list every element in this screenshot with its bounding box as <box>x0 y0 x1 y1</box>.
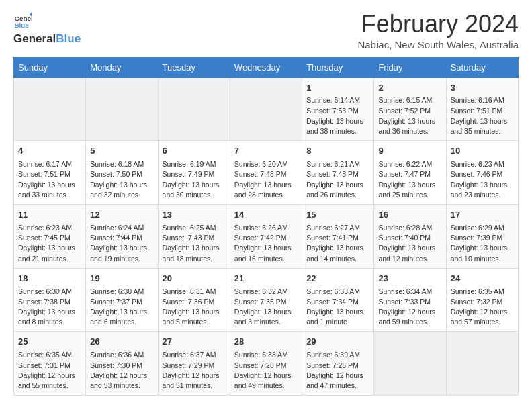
cell-info: Sunrise: 6:36 AM <box>90 350 153 360</box>
calendar-cell: 15Sunrise: 6:27 AMSunset: 7:41 PMDayligh… <box>302 205 374 269</box>
cell-info: Daylight: 12 hours and 53 minutes. <box>90 371 153 391</box>
calendar-cell: 6Sunrise: 6:19 AMSunset: 7:49 PMDaylight… <box>158 141 230 205</box>
cell-info: Sunrise: 6:26 AM <box>234 223 298 233</box>
calendar-cell: 18Sunrise: 6:30 AMSunset: 7:38 PMDayligh… <box>14 268 86 332</box>
cell-info: Sunset: 7:36 PM <box>163 297 226 307</box>
cell-info: Daylight: 13 hours and 32 minutes. <box>90 180 153 200</box>
cell-info: Daylight: 13 hours and 5 minutes. <box>163 307 226 327</box>
cell-info: Daylight: 13 hours and 10 minutes. <box>451 243 514 263</box>
cell-info: Sunset: 7:48 PM <box>306 169 369 179</box>
cell-info: Sunrise: 6:31 AM <box>163 287 226 297</box>
day-number: 23 <box>378 273 441 285</box>
week-row-2: 4Sunrise: 6:17 AMSunset: 7:51 PMDaylight… <box>14 141 519 205</box>
cell-info: Daylight: 13 hours and 6 minutes. <box>90 307 153 327</box>
cell-info: Daylight: 13 hours and 1 minute. <box>306 307 369 327</box>
cell-info: Daylight: 13 hours and 33 minutes. <box>18 180 81 200</box>
day-number: 11 <box>18 209 81 222</box>
cell-info: Sunset: 7:52 PM <box>378 106 441 116</box>
day-number: 20 <box>163 273 226 285</box>
cell-info: Sunset: 7:47 PM <box>378 169 441 179</box>
week-row-1: 1Sunrise: 6:14 AMSunset: 7:53 PMDaylight… <box>14 77 519 141</box>
day-number: 18 <box>18 273 81 285</box>
cell-info: Sunrise: 6:29 AM <box>451 223 514 233</box>
cell-info: Daylight: 12 hours and 55 minutes. <box>18 371 81 391</box>
calendar-cell: 17Sunrise: 6:29 AMSunset: 7:39 PMDayligh… <box>446 205 518 269</box>
cell-info: Sunset: 7:53 PM <box>306 106 369 116</box>
cell-info: Daylight: 13 hours and 16 minutes. <box>234 243 298 263</box>
day-number: 19 <box>90 273 153 285</box>
day-number: 8 <box>306 145 369 158</box>
calendar-cell: 14Sunrise: 6:26 AMSunset: 7:42 PMDayligh… <box>230 205 302 269</box>
cell-info: Daylight: 13 hours and 35 minutes. <box>451 116 514 136</box>
cell-info: Sunrise: 6:28 AM <box>378 223 441 233</box>
calendar-cell: 16Sunrise: 6:28 AMSunset: 7:40 PMDayligh… <box>374 205 446 269</box>
week-row-5: 25Sunrise: 6:35 AMSunset: 7:31 PMDayligh… <box>14 332 519 396</box>
cell-info: Sunrise: 6:19 AM <box>163 159 226 169</box>
day-header-saturday: Saturday <box>446 57 518 77</box>
calendar-cell: 12Sunrise: 6:24 AMSunset: 7:44 PMDayligh… <box>86 205 158 269</box>
day-header-sunday: Sunday <box>14 57 86 77</box>
main-title: February 2024 <box>357 11 519 38</box>
day-number: 24 <box>451 273 514 285</box>
day-number: 7 <box>234 145 298 158</box>
cell-info: Daylight: 13 hours and 36 minutes. <box>378 116 441 136</box>
cell-info: Sunrise: 6:27 AM <box>306 223 369 233</box>
day-number: 12 <box>90 209 153 222</box>
cell-info: Daylight: 13 hours and 18 minutes. <box>163 243 226 263</box>
cell-info: Sunset: 7:38 PM <box>18 297 81 307</box>
cell-info: Sunset: 7:39 PM <box>451 233 514 243</box>
day-number: 6 <box>163 145 226 158</box>
calendar-cell: 21Sunrise: 6:32 AMSunset: 7:35 PMDayligh… <box>230 268 302 332</box>
cell-info: Sunset: 7:51 PM <box>451 106 514 116</box>
week-row-4: 18Sunrise: 6:30 AMSunset: 7:38 PMDayligh… <box>14 268 519 332</box>
day-number: 13 <box>163 209 226 222</box>
cell-info: Daylight: 13 hours and 12 minutes. <box>378 243 441 263</box>
cell-info: Sunrise: 6:35 AM <box>451 287 514 297</box>
calendar-cell: 8Sunrise: 6:21 AMSunset: 7:48 PMDaylight… <box>302 141 374 205</box>
calendar-cell: 23Sunrise: 6:34 AMSunset: 7:33 PMDayligh… <box>374 268 446 332</box>
cell-info: Sunset: 7:51 PM <box>18 169 81 179</box>
cell-info: Daylight: 12 hours and 49 minutes. <box>234 371 298 391</box>
calendar-cell: 4Sunrise: 6:17 AMSunset: 7:51 PMDaylight… <box>14 141 86 205</box>
calendar-cell: 19Sunrise: 6:30 AMSunset: 7:37 PMDayligh… <box>86 268 158 332</box>
cell-info: Sunset: 7:29 PM <box>163 361 226 371</box>
calendar-cell: 25Sunrise: 6:35 AMSunset: 7:31 PMDayligh… <box>14 332 86 396</box>
cell-info: Daylight: 12 hours and 47 minutes. <box>306 371 369 391</box>
days-header-row: SundayMondayTuesdayWednesdayThursdayFrid… <box>14 57 519 77</box>
day-number: 21 <box>234 273 298 285</box>
cell-info: Daylight: 13 hours and 23 minutes. <box>451 180 514 200</box>
calendar-cell: 20Sunrise: 6:31 AMSunset: 7:36 PMDayligh… <box>158 268 230 332</box>
calendar-cell: 10Sunrise: 6:23 AMSunset: 7:46 PMDayligh… <box>446 141 518 205</box>
cell-info: Sunrise: 6:34 AM <box>378 287 441 297</box>
calendar-cell <box>374 332 446 396</box>
cell-info: Sunrise: 6:33 AM <box>306 287 369 297</box>
calendar-cell: 7Sunrise: 6:20 AMSunset: 7:48 PMDaylight… <box>230 141 302 205</box>
calendar-cell: 22Sunrise: 6:33 AMSunset: 7:34 PMDayligh… <box>302 268 374 332</box>
cell-info: Sunset: 7:46 PM <box>451 169 514 179</box>
day-number: 28 <box>234 336 298 349</box>
cell-info: Sunset: 7:28 PM <box>234 361 298 371</box>
logo: General Blue General Blue <box>13 11 81 46</box>
title-area: February 2024 Nabiac, New South Wales, A… <box>357 11 519 50</box>
calendar-cell: 3Sunrise: 6:16 AMSunset: 7:51 PMDaylight… <box>446 77 518 141</box>
cell-info: Daylight: 13 hours and 25 minutes. <box>378 180 441 200</box>
calendar-cell: 28Sunrise: 6:38 AMSunset: 7:28 PMDayligh… <box>230 332 302 396</box>
cell-info: Daylight: 13 hours and 26 minutes. <box>306 180 369 200</box>
cell-info: Daylight: 13 hours and 3 minutes. <box>234 307 298 327</box>
calendar-cell: 5Sunrise: 6:18 AMSunset: 7:50 PMDaylight… <box>86 141 158 205</box>
cell-info: Sunset: 7:49 PM <box>163 169 226 179</box>
cell-info: Daylight: 13 hours and 14 minutes. <box>306 243 369 263</box>
week-row-3: 11Sunrise: 6:23 AMSunset: 7:45 PMDayligh… <box>14 205 519 269</box>
day-number: 4 <box>18 145 81 158</box>
cell-info: Sunrise: 6:18 AM <box>90 159 153 169</box>
logo-blue: Blue <box>56 32 81 46</box>
cell-info: Sunrise: 6:30 AM <box>90 287 153 297</box>
calendar-cell: 24Sunrise: 6:35 AMSunset: 7:32 PMDayligh… <box>446 268 518 332</box>
cell-info: Sunset: 7:30 PM <box>90 361 153 371</box>
calendar-cell: 2Sunrise: 6:15 AMSunset: 7:52 PMDaylight… <box>374 77 446 141</box>
calendar-cell: 29Sunrise: 6:39 AMSunset: 7:26 PMDayligh… <box>302 332 374 396</box>
calendar-table: SundayMondayTuesdayWednesdayThursdayFrid… <box>13 57 519 396</box>
cell-info: Sunset: 7:37 PM <box>90 297 153 307</box>
calendar-cell <box>230 77 302 141</box>
cell-info: Sunrise: 6:23 AM <box>451 159 514 169</box>
